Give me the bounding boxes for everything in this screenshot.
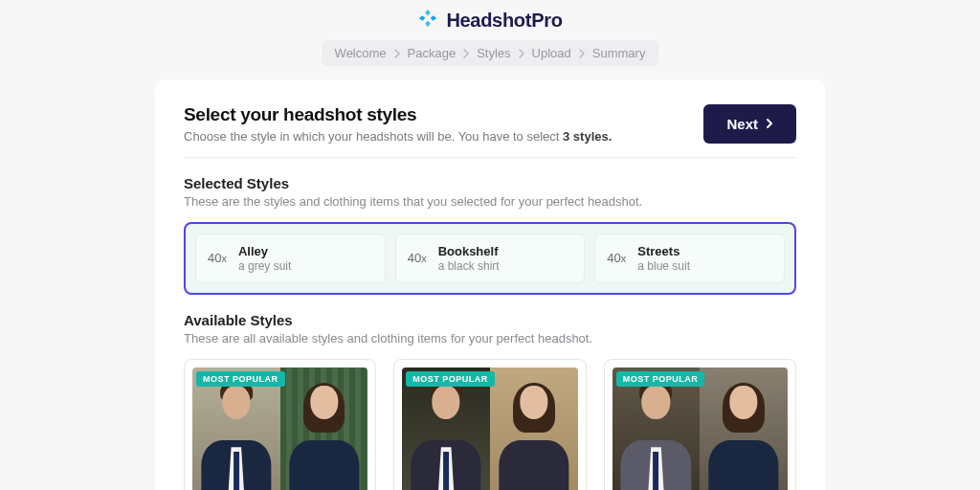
brand-name: HeadshotPro [446, 10, 562, 32]
brand-logo: HeadshotPro [0, 0, 980, 40]
most-popular-badge: MOST POPULAR [196, 371, 285, 387]
crumb-welcome[interactable]: Welcome [335, 46, 387, 60]
selected-style-alley[interactable]: 40x Alley a grey suit [195, 234, 386, 283]
crumb-package[interactable]: Package [408, 46, 457, 60]
next-button-label: Next [726, 116, 758, 132]
main-card: Select your headshot styles Choose the s… [155, 79, 825, 490]
selected-count: 40x [607, 251, 626, 265]
selected-count: 40x [408, 251, 427, 265]
selected-desc: a blue suit [637, 259, 690, 273]
chevron-right-icon [577, 49, 587, 58]
chevron-right-icon [517, 49, 526, 58]
chevron-right-icon [764, 116, 775, 132]
available-styles-section: Available Styles These are all available… [184, 295, 796, 490]
logo-icon [417, 8, 438, 33]
selected-styles-section: Selected Styles These are the styles and… [184, 158, 796, 295]
page-subtitle: Choose the style in which your headshots… [184, 129, 612, 144]
available-subtitle: These are all available styles and cloth… [184, 331, 796, 345]
selected-title: Selected Styles [184, 175, 796, 191]
most-popular-badge: MOST POPULAR [616, 371, 705, 387]
selected-style-bookshelf[interactable]: 40x Bookshelf a black shirt [395, 234, 586, 283]
chevron-right-icon [392, 49, 402, 58]
crumb-upload[interactable]: Upload [532, 46, 571, 60]
available-title: Available Styles [184, 312, 796, 328]
style-card[interactable]: MOST POPULAR [604, 359, 796, 490]
style-card[interactable]: MOST POPULAR [184, 359, 376, 490]
crumb-styles[interactable]: Styles [477, 46, 510, 60]
page-title: Select your headshot styles [184, 104, 612, 125]
next-button[interactable]: Next [703, 104, 796, 144]
selected-name: Alley [238, 244, 291, 259]
selected-style-streets[interactable]: 40x Streets a blue suit [594, 234, 785, 283]
most-popular-badge: MOST POPULAR [406, 371, 495, 387]
selected-desc: a black shirt [438, 259, 500, 273]
crumb-summary[interactable]: Summary [592, 46, 646, 60]
selected-name: Bookshelf [438, 244, 500, 259]
style-card[interactable]: MOST POPULAR [393, 359, 586, 490]
selected-name: Streets [637, 244, 690, 259]
chevron-right-icon [461, 49, 471, 58]
selected-desc: a grey suit [238, 259, 291, 273]
selected-styles-box: 40x Alley a grey suit 40x Bookshelf a bl… [184, 222, 796, 295]
selected-subtitle: These are the styles and clothing items … [184, 194, 796, 209]
selected-count: 40x [208, 251, 227, 265]
breadcrumb: Welcome Package Styles Upload Summary [322, 40, 659, 66]
